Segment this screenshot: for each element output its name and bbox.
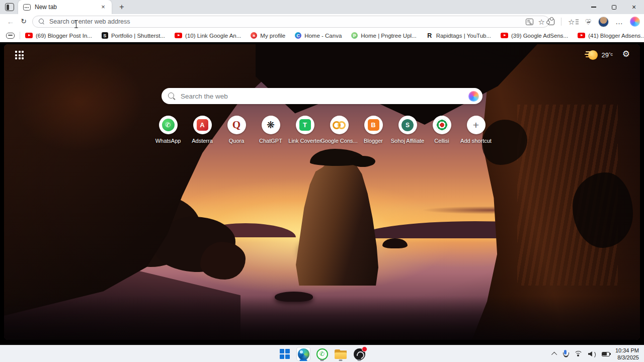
- battery-icon[interactable]: [602, 352, 610, 356]
- favorite-link-google[interactable]: (10) Link Google An...: [175, 33, 241, 39]
- weather-widget[interactable]: 29°c: [586, 49, 613, 60]
- close-icon: ×: [632, 4, 636, 11]
- rapidtags-icon: R: [426, 32, 433, 39]
- copilot-icon[interactable]: [630, 17, 640, 27]
- extensions-icon[interactable]: [548, 19, 554, 25]
- canva-icon: C: [295, 32, 301, 39]
- shortcuts-row: ✆ WhatsApp A Adsterra Q Quora ❋ ChatGPT …: [151, 116, 493, 144]
- shortcut-blogger[interactable]: B Blogger: [356, 116, 390, 144]
- favorites-bar: (69) Blogger Post In... S Portfolio | Sh…: [0, 29, 644, 42]
- shortcut-add[interactable]: + Add shortcut: [459, 116, 493, 144]
- tab-strip: New tab × + ×: [0, 0, 644, 14]
- shortcut-quora[interactable]: Q Quora: [219, 116, 254, 144]
- clock-date: 8/3/2025: [615, 354, 639, 361]
- minimize-button[interactable]: [584, 0, 604, 14]
- shortcut-label: Quora: [229, 138, 245, 144]
- chatgpt-icon: ❋: [267, 119, 275, 131]
- favorite-pngtree[interactable]: P Home | Pngtree Upl...: [351, 32, 416, 39]
- new-tab-favicon-icon: [23, 4, 31, 11]
- maximize-icon: [612, 5, 616, 10]
- shortcut-cellisi[interactable]: Cellisi: [425, 116, 459, 144]
- favorite-blogger-post[interactable]: (69) Blogger Post In...: [25, 33, 92, 39]
- shortcut-label: Blogger: [364, 138, 383, 144]
- favorite-blogger-adsense[interactable]: (41) Blogger Adsens...: [578, 33, 644, 39]
- address-input[interactable]: [49, 18, 526, 25]
- shutterstock-icon: S: [102, 32, 108, 39]
- back-button[interactable]: ←: [5, 16, 16, 27]
- favorite-my-profile[interactable]: a My profile: [251, 32, 285, 39]
- browser-essentials-icon[interactable]: ♡: [585, 18, 592, 26]
- taskbar-edge-button[interactable]: [296, 347, 310, 361]
- shortcut-label: Sohoj Affiliate: [391, 138, 424, 144]
- search-icon: [39, 19, 45, 25]
- system-tray: 10:34 PM 8/3/2025: [553, 345, 644, 362]
- favorite-label: (39) Google AdSens...: [511, 33, 568, 39]
- pngtree-icon: P: [351, 32, 358, 39]
- add-favorite-star-icon[interactable]: ☆: [538, 18, 545, 26]
- toolbar-divider: [561, 18, 561, 26]
- search-icon: [168, 93, 176, 100]
- add-shortcut-plus-icon: +: [473, 119, 479, 131]
- running-app-indicator: [320, 359, 324, 361]
- collections-icon[interactable]: [6, 33, 15, 39]
- favorite-shutterstock[interactable]: S Portfolio | Shutterst...: [102, 32, 165, 39]
- start-button[interactable]: [278, 347, 292, 361]
- shortcut-whatsapp[interactable]: ✆ WhatsApp: [151, 116, 185, 144]
- clock-time: 10:34 PM: [615, 347, 639, 354]
- adsterra-icon: A: [197, 119, 208, 131]
- microphone-icon[interactable]: [562, 350, 569, 358]
- address-bar[interactable]: ☆: [32, 16, 549, 28]
- copilot-icon[interactable]: [468, 91, 479, 102]
- favorite-label: (69) Blogger Post In...: [36, 33, 92, 39]
- tab-new-tab[interactable]: New tab ×: [18, 0, 112, 14]
- favorite-google-adsense[interactable]: (39) Google AdSens...: [501, 33, 568, 39]
- shortcut-adsterra[interactable]: A Adsterra: [185, 116, 219, 144]
- shortcut-label: WhatsApp: [155, 138, 181, 144]
- favorites-list-icon[interactable]: ☆: [568, 18, 578, 26]
- taskbar-clock[interactable]: 10:34 PM 8/3/2025: [615, 347, 639, 361]
- file-explorer-folder-icon: [335, 349, 347, 359]
- web-search-input[interactable]: [181, 93, 468, 100]
- profile-avatar[interactable]: [598, 17, 609, 27]
- active-app-indicator: [300, 359, 307, 361]
- hidden-icons-chevron-icon[interactable]: [551, 352, 557, 357]
- google-search-console-icon: [333, 121, 346, 129]
- youtube-icon: [175, 33, 182, 38]
- read-aloud-icon[interactable]: [526, 19, 533, 25]
- link-coverter-icon: T: [299, 119, 311, 131]
- shortcut-link-coverter[interactable]: T Link Coverter: [288, 116, 322, 144]
- windows-start-icon: [280, 349, 290, 359]
- youtube-icon: [501, 33, 508, 38]
- web-search-bar[interactable]: [162, 88, 482, 104]
- wifi-icon[interactable]: [574, 351, 583, 357]
- favorite-label: My profile: [260, 33, 285, 39]
- cellisi-icon: [436, 119, 448, 131]
- taskbar-file-explorer-button[interactable]: [334, 347, 348, 361]
- shortcut-label: Cellisi: [434, 138, 449, 144]
- shortcut-chatgpt[interactable]: ❋ ChatGPT: [254, 116, 288, 144]
- shortcut-sohoj-affiliate[interactable]: S Sohoj Affiliate: [390, 116, 425, 144]
- volume-icon[interactable]: [588, 351, 596, 357]
- tab-close-icon[interactable]: ×: [99, 3, 108, 12]
- new-tab-button[interactable]: +: [117, 2, 127, 12]
- edge-browser-window: New tab × + × ← ↻ ☆ ☆ ♡ …: [0, 0, 644, 362]
- taskbar-obs-button[interactable]: [352, 347, 366, 361]
- favbar-divider: [20, 32, 20, 39]
- apps-launcher-grid-icon[interactable]: [15, 51, 24, 60]
- page-settings-gear-icon[interactable]: ⚙: [622, 50, 630, 58]
- taskbar-whatsapp-button[interactable]: ✆: [315, 347, 329, 361]
- shortcut-label: Add shortcut: [460, 138, 492, 144]
- favorite-canva[interactable]: C Home - Canva: [295, 32, 342, 39]
- edge-icon: [298, 348, 309, 360]
- maximize-button[interactable]: [604, 0, 624, 14]
- tab-actions-menu-icon[interactable]: [5, 3, 14, 11]
- shortcut-label: Adsterra: [192, 138, 213, 144]
- shortcut-google-console[interactable]: Google Cons...: [322, 116, 356, 144]
- favorite-rapidtags[interactable]: R Rapidtags | YouTub...: [426, 32, 491, 39]
- running-app-indicator: [339, 359, 343, 361]
- settings-menu-icon[interactable]: …: [615, 20, 623, 24]
- notification-badge: [362, 346, 367, 352]
- refresh-button[interactable]: ↻: [18, 16, 29, 27]
- toolbar-right-icons: ☆ ♡ …: [548, 14, 640, 29]
- close-button[interactable]: ×: [624, 0, 644, 14]
